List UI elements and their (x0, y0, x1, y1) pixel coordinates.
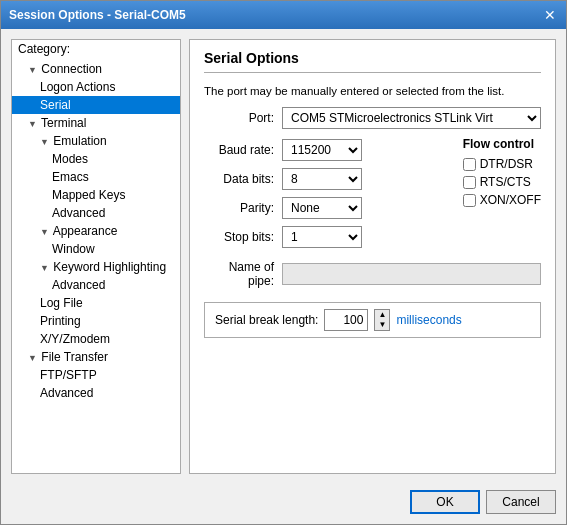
cancel-button[interactable]: Cancel (486, 490, 556, 514)
data-bits-row: Data bits: 8 7 6 5 (204, 168, 453, 190)
sidebar-item-modes[interactable]: Modes (12, 150, 180, 168)
sidebar-item-log-file[interactable]: Log File (12, 294, 180, 312)
spin-up-button[interactable]: ▲ (375, 310, 389, 320)
ok-button[interactable]: OK (410, 490, 480, 514)
xon-xoff-checkbox[interactable] (463, 194, 476, 207)
baud-label: Baud rate: (204, 143, 274, 157)
spin-buttons: ▲ ▼ (374, 309, 390, 331)
sidebar-item-terminal[interactable]: ▼ Terminal (12, 114, 180, 132)
dialog-footer: OK Cancel (1, 484, 566, 524)
serial-break-input[interactable] (324, 309, 368, 331)
flow-control-box: Flow control DTR/DSR RTS/CTS XON/XOFF (463, 137, 541, 207)
baud-select[interactable]: 115200 9600 19200 38400 57600 230400 (282, 139, 362, 161)
stop-bits-row: Stop bits: 1 1.5 2 (204, 226, 453, 248)
stop-bits-select[interactable]: 1 1.5 2 (282, 226, 362, 248)
parity-row: Parity: None Even Odd Mark Space (204, 197, 453, 219)
name-of-pipe-row: Name of pipe: (204, 260, 541, 288)
sidebar-item-emulation[interactable]: ▼ Emulation (12, 132, 180, 150)
flow-control-title: Flow control (463, 137, 541, 151)
name-of-pipe-label: Name of pipe: (204, 260, 274, 288)
serial-break-row: Serial break length: ▲ ▼ milliseconds (204, 302, 541, 338)
sidebar-item-logon-actions[interactable]: Logon Actions (12, 78, 180, 96)
port-row: Port: COM5 STMicroelectronics STLink Vir… (204, 107, 541, 129)
port-label: Port: (204, 111, 274, 125)
sidebar-item-serial[interactable]: Serial (12, 96, 180, 114)
spin-down-button[interactable]: ▼ (375, 320, 389, 330)
dialog-body: Category: ▼ Connection Logon Actions Ser… (1, 29, 566, 484)
sidebar-item-ftp-sftp[interactable]: FTP/SFTP (12, 366, 180, 384)
milliseconds-label: milliseconds (396, 313, 461, 327)
dtr-dsr-label: DTR/DSR (480, 157, 533, 171)
sidebar-item-kh-advanced[interactable]: Advanced (12, 276, 180, 294)
category-panel: Category: ▼ Connection Logon Actions Ser… (11, 39, 181, 474)
dtr-dsr-checkbox[interactable] (463, 158, 476, 171)
sidebar-item-file-transfer[interactable]: ▼ File Transfer (12, 348, 180, 366)
sidebar-item-mapped-keys[interactable]: Mapped Keys (12, 186, 180, 204)
port-select[interactable]: COM5 STMicroelectronics STLink Virt (282, 107, 541, 129)
sidebar-item-appearance[interactable]: ▼ Appearance (12, 222, 180, 240)
sidebar-item-keyword-highlighting[interactable]: ▼ Keyword Highlighting (12, 258, 180, 276)
content-title: Serial Options (204, 50, 541, 73)
rts-cts-label: RTS/CTS (480, 175, 531, 189)
stop-bits-label: Stop bits: (204, 230, 274, 244)
close-button[interactable]: ✕ (542, 7, 558, 23)
title-bar: Session Options - Serial-COM5 ✕ (1, 1, 566, 29)
hint-text: The port may be manually entered or sele… (204, 85, 541, 97)
dialog: Session Options - Serial-COM5 ✕ Category… (0, 0, 567, 525)
parity-select[interactable]: None Even Odd Mark Space (282, 197, 362, 219)
sidebar-item-connection[interactable]: ▼ Connection (12, 60, 180, 78)
rts-cts-row: RTS/CTS (463, 175, 541, 189)
sidebar-item-window[interactable]: Window (12, 240, 180, 258)
rts-cts-checkbox[interactable] (463, 176, 476, 189)
xon-xoff-label: XON/XOFF (480, 193, 541, 207)
sidebar-item-ft-advanced[interactable]: Advanced (12, 384, 180, 402)
data-bits-label: Data bits: (204, 172, 274, 186)
sidebar-item-emulation-advanced[interactable]: Advanced (12, 204, 180, 222)
baud-row: Baud rate: 115200 9600 19200 38400 57600… (204, 139, 453, 161)
parity-label: Parity: (204, 201, 274, 215)
sidebar-item-printing[interactable]: Printing (12, 312, 180, 330)
sidebar-item-xyzmodem[interactable]: X/Y/Zmodem (12, 330, 180, 348)
serial-break-label: Serial break length: (215, 313, 318, 327)
name-of-pipe-input[interactable] (282, 263, 541, 285)
content-panel: Serial Options The port may be manually … (189, 39, 556, 474)
dialog-title: Session Options - Serial-COM5 (9, 8, 186, 22)
category-label: Category: (12, 40, 180, 60)
left-form: Baud rate: 115200 9600 19200 38400 57600… (204, 137, 453, 248)
data-bits-select[interactable]: 8 7 6 5 (282, 168, 362, 190)
xon-xoff-row: XON/XOFF (463, 193, 541, 207)
dtr-dsr-row: DTR/DSR (463, 157, 541, 171)
sidebar-item-emacs[interactable]: Emacs (12, 168, 180, 186)
